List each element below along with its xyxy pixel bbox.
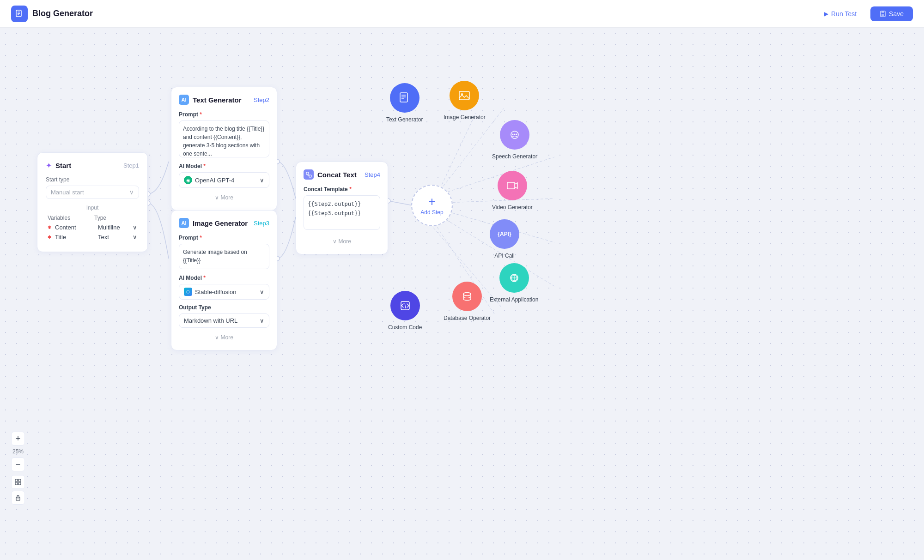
prompt-label-text: Prompt <box>179 111 269 118</box>
start-node-title-row: ✦ Start <box>46 161 71 170</box>
palette-label-image: Image Generator <box>444 114 486 120</box>
svg-point-40 <box>463 293 471 296</box>
palette-label-speech: Speech Generator <box>492 153 537 160</box>
var-type-content[interactable]: Multiline ∨ <box>98 224 137 231</box>
palette-circle-speech <box>500 120 529 150</box>
palette-label-text: Text Generator <box>386 116 423 123</box>
palette-label-custom: Custom Code <box>388 324 422 331</box>
svg-rect-34 <box>507 182 515 189</box>
svg-rect-6 <box>881 14 884 16</box>
col-headers: Variables Type <box>46 215 139 221</box>
start-node-step: Step1 <box>123 162 139 169</box>
text-generator-node: AI Text Generator Step2 Prompt According… <box>171 87 277 211</box>
palette-label-api: API Call <box>494 253 514 259</box>
concat-text-node: Concat Text Step4 Concat Template {{Step… <box>296 162 388 254</box>
palette-circle-video <box>498 171 527 200</box>
star-icon: ✦ <box>46 161 52 170</box>
prompt-textarea-text[interactable]: According to the blog title {{Title}} an… <box>179 120 269 157</box>
chevron-down-icon-output: ∨ <box>260 317 264 324</box>
header-left: Blog Generator <box>11 6 93 22</box>
more-button-concat[interactable]: ∨ More <box>304 236 380 247</box>
palette-circle-custom <box>390 291 420 320</box>
concat-header: Concat Text Step4 <box>304 169 380 180</box>
start-node-title: Start <box>55 162 71 169</box>
palette-text-generator[interactable]: Text Generator <box>386 83 423 123</box>
output-type-value: Markdown with URL <box>184 317 237 324</box>
var-name-content: Content <box>55 224 94 231</box>
svg-line-39 <box>405 303 406 308</box>
svg-rect-42 <box>18 479 21 482</box>
start-type-label: Start type <box>46 176 139 183</box>
svg-rect-21 <box>309 175 311 177</box>
ai-model-value-text: OpenAI GPT-4 <box>195 177 234 184</box>
run-test-button[interactable]: Run Test <box>816 6 865 21</box>
svg-rect-43 <box>15 482 18 485</box>
app-icon <box>11 6 28 22</box>
zoom-level-label: 25% <box>12 448 24 455</box>
zoom-in-button[interactable]: + <box>11 432 25 446</box>
palette-label-video: Video Generator <box>492 204 533 211</box>
palette-image-generator[interactable]: Image Generator <box>444 81 486 120</box>
text-gen-title: Text Generator <box>193 96 242 104</box>
add-step-label: Add Step <box>420 209 443 216</box>
svg-point-32 <box>514 134 516 135</box>
svg-point-33 <box>516 134 517 135</box>
palette-video-generator[interactable]: Video Generator <box>492 171 533 211</box>
model-left-image: ⬡ Stable-diffusion <box>184 288 236 296</box>
sd-icon: ⬡ <box>184 288 192 296</box>
svg-rect-28 <box>459 91 469 100</box>
lock-button[interactable] <box>11 491 25 505</box>
ai-model-value-image: Stable-diffusion <box>195 289 236 295</box>
more-button-text[interactable]: ∨ More <box>179 193 269 203</box>
chevron-down-icon-content: ∨ <box>133 224 137 231</box>
svg-rect-5 <box>881 11 884 13</box>
app-title: Blog Generator <box>32 9 93 18</box>
output-type-select[interactable]: Markdown with URL ∨ <box>179 313 269 328</box>
ai-icon-image: AI <box>179 218 189 228</box>
svg-rect-44 <box>18 482 21 485</box>
palette-db-operator[interactable]: Database Operator <box>444 282 491 321</box>
concat-template-textarea[interactable]: {{Step2.output}} {{Step3.output}} <box>304 195 380 230</box>
var-row-title: ✱ Title Text ∨ <box>46 234 139 241</box>
palette-speech-generator[interactable]: Speech Generator <box>492 120 537 160</box>
chevron-down-icon-title: ∨ <box>133 234 137 241</box>
prompt-value-text: According to the blog title {{Title}} an… <box>183 126 264 157</box>
ai-model-select-image[interactable]: ⬡ Stable-diffusion ∨ <box>179 284 269 300</box>
svg-rect-24 <box>400 93 407 102</box>
svg-point-31 <box>512 134 514 135</box>
prompt-textarea-image[interactable]: Generate image based on {{Title}} <box>179 244 269 269</box>
fit-view-button[interactable] <box>11 475 25 489</box>
save-label: Save <box>889 10 904 18</box>
palette-circle-ext <box>499 263 529 293</box>
col-type: Type <box>94 215 137 221</box>
image-generator-node: AI Image Generator Step3 Prompt Generate… <box>171 210 277 350</box>
zoom-out-button[interactable]: − <box>11 458 25 471</box>
palette-label-db: Database Operator <box>444 315 491 321</box>
ai-model-select-text[interactable]: ◉ OpenAI GPT-4 ∨ <box>179 172 269 188</box>
save-button[interactable]: Save <box>870 6 913 21</box>
col-variables: Variables <box>48 215 91 221</box>
start-type-select[interactable]: Manual start ∨ <box>46 186 139 199</box>
ai-icon-text: AI <box>179 95 189 105</box>
var-type-value-title: Text <box>98 234 109 241</box>
model-left-text: ◉ OpenAI GPT-4 <box>184 176 234 184</box>
image-gen-title-row: AI Image Generator <box>179 218 248 228</box>
palette-label-ext: External Application <box>490 296 538 303</box>
concat-template-label: Concat Template <box>304 186 380 193</box>
chevron-down-icon-image-model: ∨ <box>260 289 264 295</box>
start-node-header: ✦ Start Step1 <box>46 161 139 170</box>
header-right: Run Test Save <box>816 6 913 21</box>
svg-point-46 <box>18 499 18 500</box>
openai-icon: ◉ <box>184 176 192 184</box>
start-node: ✦ Start Step1 Start type Manual start ∨ … <box>37 152 148 252</box>
canvas: ✦ Start Step1 Start type Manual start ∨ … <box>0 28 924 560</box>
add-step-button[interactable]: + Add Step <box>411 185 453 226</box>
palette-external-app[interactable]: External Application <box>490 263 538 303</box>
zoom-controls: + 25% − <box>11 432 25 505</box>
palette-circle-text <box>390 83 419 113</box>
palette-api-call[interactable]: {API} API Call <box>490 219 519 259</box>
var-type-title[interactable]: Text ∨ <box>98 234 137 241</box>
concat-step: Step4 <box>365 171 380 178</box>
palette-custom-code[interactable]: Custom Code <box>388 291 422 331</box>
more-button-image[interactable]: ∨ More <box>179 332 269 343</box>
